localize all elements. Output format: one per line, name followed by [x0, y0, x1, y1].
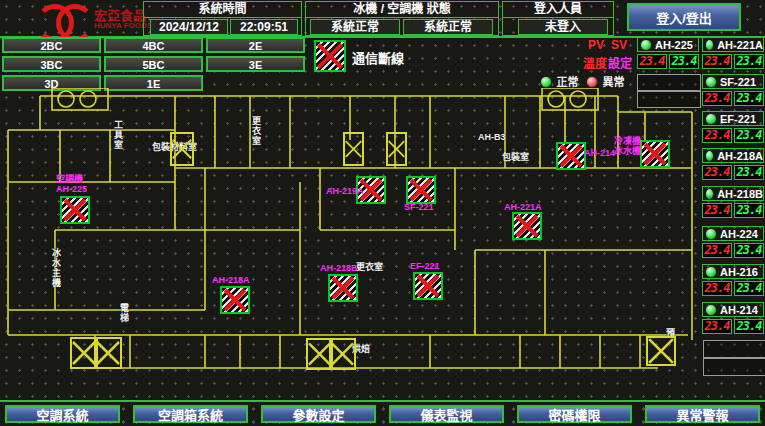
chiller-status-value: 系統正常 — [310, 19, 400, 35]
equipment-status-box[interactable]: AH-225 — [637, 37, 699, 52]
stairwell-icon — [646, 336, 676, 366]
nav-button-4[interactable]: 密碼權限 — [517, 405, 632, 423]
stairwell-icon — [343, 132, 364, 166]
normal-label: 正常 — [556, 76, 578, 88]
header-bar: 宏亞食品 HUNYA FOODS 系統時間 2024/12/12 22:09:5… — [0, 0, 765, 38]
normal-led-icon — [540, 76, 552, 88]
room-label: 電梯 — [118, 303, 131, 323]
device-label: 冰水機 — [614, 146, 641, 156]
system-time-value: 22:09:51 — [230, 19, 298, 35]
device-label: EF-221 — [410, 261, 440, 271]
device-label: AH-218B — [320, 263, 358, 273]
system-date-value: 2024/12/12 — [150, 19, 228, 35]
abnormal-led-icon — [586, 76, 598, 88]
equipment-name: AH-225 — [655, 39, 693, 51]
device-comm-loss-icon[interactable] — [60, 196, 90, 224]
equipment-status-box[interactable]: AH-221A — [702, 37, 764, 52]
device-comm-loss-icon[interactable] — [220, 286, 250, 314]
temp-header: 溫度 — [583, 54, 607, 71]
room-label: 冰水主機 — [50, 248, 63, 288]
equipment-sv-value: 23.4 — [734, 54, 764, 69]
zone-button-2e[interactable]: 2E — [206, 37, 305, 53]
ac-status-value: 系統正常 — [403, 19, 493, 35]
device-label: 冷凍機 — [614, 136, 641, 146]
bottom-nav-bar: 空調系統空調箱系統參數設定儀表監視密碼權限異常警報 — [0, 400, 765, 426]
room-label: 更衣室 — [250, 116, 263, 146]
device-label: AH-214 — [584, 148, 615, 158]
nav-button-1[interactable]: 空調箱系統 — [133, 405, 248, 423]
stairwell-icon — [170, 132, 194, 166]
equipment-values: 23.4 23.4 — [702, 54, 764, 69]
equipment-pv-value: 23.4 — [637, 54, 667, 69]
zone-button-2bc[interactable]: 2BC — [2, 37, 101, 53]
zone-button-5bc[interactable]: 5BC — [104, 56, 203, 72]
zone-button-3e[interactable]: 3E — [206, 56, 305, 72]
device-comm-loss-icon[interactable] — [640, 140, 670, 168]
equipment-sv-value: 23.4 — [669, 54, 699, 69]
device-label: 空調機 — [56, 174, 83, 184]
equipment-led-icon — [705, 76, 717, 88]
machine-status-label: 冰機 / 空調機 狀態 — [306, 2, 498, 18]
equipment-led-icon — [640, 39, 652, 51]
comm-loss-legend-icon — [314, 40, 346, 72]
room-label: AH-B3 — [478, 132, 506, 142]
device-comm-loss-icon[interactable] — [512, 212, 542, 240]
stairwell-icon — [386, 132, 407, 166]
device-comm-loss-icon[interactable] — [406, 176, 436, 204]
equipment-values: 23.4 23.4 — [637, 54, 699, 69]
equipment-status-box[interactable]: SF-221 — [702, 74, 764, 89]
stairwell-icon — [94, 337, 122, 369]
login-status-value: 未登入 — [518, 19, 608, 35]
floor-plan: 工具室包裝材料室更衣室AH-B3包裝室更衣室冰水主機電梯烘焙預 空調機AH-22… — [0, 88, 765, 400]
stairwell-icon — [329, 338, 356, 370]
login-label: 登入人員 — [503, 2, 613, 18]
room-label: 工具室 — [112, 120, 125, 150]
company-logo: 宏亞食品 HUNYA FOODS — [2, 2, 140, 34]
comm-loss-legend-label: 通信斷線 — [352, 48, 404, 67]
nav-button-3[interactable]: 儀表監視 — [389, 405, 504, 423]
device-label: AH-219A — [326, 186, 364, 196]
sv-header: SV — [611, 38, 627, 52]
device-label: AH-221A — [504, 202, 542, 212]
device-label: SF-221 — [404, 202, 434, 212]
room-label: 包裝室 — [502, 150, 529, 163]
setpoint-header: 設定 — [608, 54, 632, 71]
device-label: AH-225 — [56, 184, 87, 194]
nav-button-2[interactable]: 參數設定 — [261, 405, 376, 423]
zone-button-4bc[interactable]: 4BC — [104, 37, 203, 53]
device-comm-loss-icon[interactable] — [556, 142, 586, 170]
login-logout-button[interactable]: 登入/登出 — [627, 3, 741, 31]
equipment-pv-value: 23.4 — [702, 54, 732, 69]
abnormal-label: 異常 — [602, 76, 624, 88]
zone-button-grid: 2BC4BC2E3BC5BC3E3D1E — [2, 37, 308, 91]
device-label: AH-218A — [212, 275, 250, 285]
equipment-name: AH-221A — [717, 39, 763, 51]
equipment-led-icon — [705, 39, 714, 51]
room-label: 更衣室 — [356, 260, 383, 273]
nav-button-5[interactable]: 異常警報 — [645, 405, 760, 423]
device-comm-loss-icon[interactable] — [328, 274, 358, 302]
zone-button-3bc[interactable]: 3BC — [2, 56, 101, 72]
pv-header: PV — [588, 38, 604, 52]
equipment-name: SF-221 — [720, 76, 756, 88]
nav-button-0[interactable]: 空調系統 — [5, 405, 120, 423]
system-time-label: 系統時間 — [144, 2, 301, 18]
device-comm-loss-icon[interactable] — [413, 272, 443, 300]
